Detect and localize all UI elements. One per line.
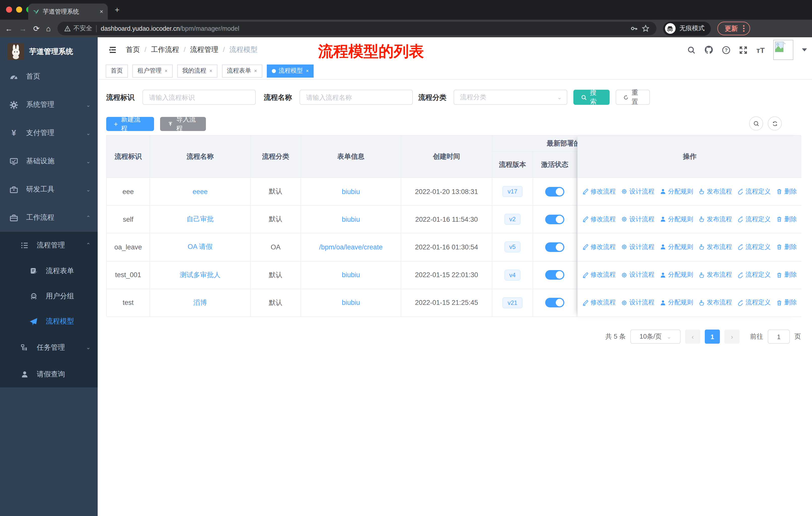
- sidebar-item-payment[interactable]: ¥ 支付管理 ⌄: [0, 119, 98, 147]
- tag-close-icon[interactable]: ×: [209, 68, 212, 74]
- sidebar-item-infra[interactable]: 基础设施 ⌄: [0, 147, 98, 175]
- reset-button[interactable]: 重置: [616, 90, 650, 105]
- active-toggle[interactable]: [545, 270, 564, 280]
- tag-0[interactable]: 首页: [106, 64, 128, 77]
- form-info-link[interactable]: /bpm/oa/leave/create: [319, 243, 383, 251]
- active-toggle[interactable]: [545, 187, 564, 196]
- action-del-link[interactable]: 删除: [776, 215, 797, 224]
- active-toggle[interactable]: [545, 242, 564, 252]
- action-publish-link[interactable]: 发布流程: [699, 243, 732, 251]
- action-edit-link[interactable]: 修改流程: [582, 187, 616, 196]
- action-publish-link[interactable]: 发布流程: [699, 299, 732, 307]
- browser-tab[interactable]: 芋道管理系统 ×: [28, 3, 108, 20]
- process-name-link[interactable]: 测试多审批人: [180, 270, 221, 279]
- process-name-link[interactable]: OA 请假: [187, 243, 212, 252]
- action-definition-link[interactable]: 流程定义: [737, 299, 771, 307]
- forward-icon[interactable]: →: [19, 24, 27, 33]
- breadcrumb-item[interactable]: 首页: [126, 45, 140, 54]
- action-gear-link[interactable]: 设计流程: [621, 271, 655, 279]
- process-name-link[interactable]: 自己审批: [186, 215, 214, 224]
- filter-id-input[interactable]: [142, 90, 256, 105]
- back-icon[interactable]: ←: [5, 24, 12, 33]
- search-button[interactable]: 搜索: [573, 90, 610, 105]
- goto-page-input[interactable]: [768, 330, 790, 344]
- sidebar-item-home[interactable]: 首页: [0, 62, 98, 91]
- action-definition-link[interactable]: 流程定义: [737, 271, 771, 279]
- sidebar-item-task-mgmt[interactable]: 任务管理 ⌄: [0, 334, 98, 361]
- action-del-link[interactable]: 删除: [776, 243, 797, 251]
- close-window-button[interactable]: [6, 6, 12, 12]
- sidebar-item-user-group[interactable]: 用户分组: [0, 284, 98, 309]
- action-edit-link[interactable]: 修改流程: [582, 215, 616, 224]
- breadcrumb-item[interactable]: 工作流程: [151, 45, 179, 54]
- action-gear-link[interactable]: 设计流程: [621, 187, 655, 196]
- tab-close-icon[interactable]: ×: [100, 8, 103, 15]
- form-info-link[interactable]: biubiu: [342, 271, 360, 279]
- address-bar[interactable]: 不安全 dashboard.yudao.iocoder.cn/bpm/manag…: [57, 22, 656, 35]
- page-1-button[interactable]: 1: [705, 330, 720, 344]
- action-gear-link[interactable]: 设计流程: [621, 299, 655, 307]
- sidebar-item-leave-query[interactable]: 请假查询: [0, 361, 98, 387]
- action-del-link[interactable]: 删除: [776, 299, 797, 307]
- prev-page-button[interactable]: ‹: [685, 330, 700, 344]
- import-process-button[interactable]: 导入流程: [160, 117, 206, 131]
- action-gear-link[interactable]: 设计流程: [621, 215, 655, 224]
- action-edit-link[interactable]: 修改流程: [582, 299, 616, 307]
- sidebar-item-system[interactable]: 系统管理 ⌄: [0, 91, 98, 119]
- sidebar-item-devtools[interactable]: 研发工具 ⌄: [0, 175, 98, 203]
- page-size-select[interactable]: 10条/页 ⌄: [630, 330, 680, 344]
- avatar-caret-icon[interactable]: [802, 48, 807, 51]
- tag-close-icon[interactable]: ×: [165, 68, 168, 74]
- action-gear-link[interactable]: 设计流程: [621, 243, 655, 251]
- active-toggle[interactable]: [545, 215, 564, 224]
- github-icon[interactable]: [704, 45, 714, 54]
- next-page-button[interactable]: ›: [724, 330, 740, 344]
- action-user-link[interactable]: 分配规则: [660, 299, 693, 307]
- bookmark-star-icon[interactable]: [642, 25, 649, 32]
- action-user-link[interactable]: 分配规则: [660, 271, 693, 279]
- form-info-link[interactable]: biubiu: [342, 188, 360, 195]
- tag-close-icon[interactable]: ×: [254, 68, 257, 74]
- breadcrumb-item[interactable]: 流程管理: [190, 45, 219, 54]
- avatar[interactable]: [773, 40, 793, 60]
- sidebar-item-process-mgmt[interactable]: 流程管理 ⌃: [0, 232, 98, 259]
- font-size-icon[interactable]: тT: [756, 46, 765, 54]
- filter-category-select[interactable]: 流程分类 ⌄: [454, 90, 567, 105]
- action-del-link[interactable]: 删除: [776, 187, 797, 196]
- security-warning[interactable]: 不安全: [64, 24, 92, 33]
- active-toggle[interactable]: [545, 298, 564, 308]
- browser-update-button[interactable]: 更新: [717, 22, 750, 35]
- process-name-link[interactable]: 滔博: [193, 298, 207, 307]
- search-icon[interactable]: [688, 46, 696, 54]
- action-definition-link[interactable]: 流程定义: [737, 187, 771, 196]
- new-tab-button[interactable]: +: [115, 6, 120, 14]
- action-edit-link[interactable]: 修改流程: [582, 243, 616, 251]
- minimize-window-button[interactable]: [16, 6, 22, 12]
- tag-close-icon[interactable]: ×: [306, 68, 309, 74]
- home-icon[interactable]: ⌂: [46, 24, 51, 33]
- action-definition-link[interactable]: 流程定义: [737, 215, 771, 224]
- sidebar-item-workflow[interactable]: 工作流程 ⌃: [0, 203, 98, 232]
- browser-menu-icon[interactable]: [743, 25, 744, 32]
- sidebar-item-process-model[interactable]: 流程模型: [0, 309, 98, 334]
- action-publish-link[interactable]: 发布流程: [699, 187, 732, 196]
- action-edit-link[interactable]: 修改流程: [582, 271, 616, 279]
- action-del-link[interactable]: 删除: [776, 271, 797, 279]
- reload-icon[interactable]: ⟳: [33, 24, 39, 33]
- sidebar-item-process-form[interactable]: 流程表单: [0, 259, 98, 284]
- form-info-link[interactable]: biubiu: [342, 299, 360, 307]
- action-user-link[interactable]: 分配规则: [660, 187, 693, 196]
- action-definition-link[interactable]: 流程定义: [737, 243, 771, 251]
- password-key-icon[interactable]: [630, 25, 638, 32]
- tag-4[interactable]: 流程模型×: [266, 64, 314, 77]
- tag-3[interactable]: 流程表单×: [222, 64, 262, 77]
- show-search-toggle-button[interactable]: [749, 116, 763, 131]
- action-publish-link[interactable]: 发布流程: [699, 215, 732, 224]
- tag-1[interactable]: 租户管理×: [133, 64, 173, 77]
- create-process-button[interactable]: + 新建流程: [106, 117, 154, 131]
- sidebar-toggle-icon[interactable]: [108, 45, 117, 54]
- filter-name-input[interactable]: [299, 90, 413, 105]
- action-publish-link[interactable]: 发布流程: [699, 271, 732, 279]
- form-info-link[interactable]: biubiu: [342, 216, 360, 223]
- refresh-table-button[interactable]: [768, 116, 782, 131]
